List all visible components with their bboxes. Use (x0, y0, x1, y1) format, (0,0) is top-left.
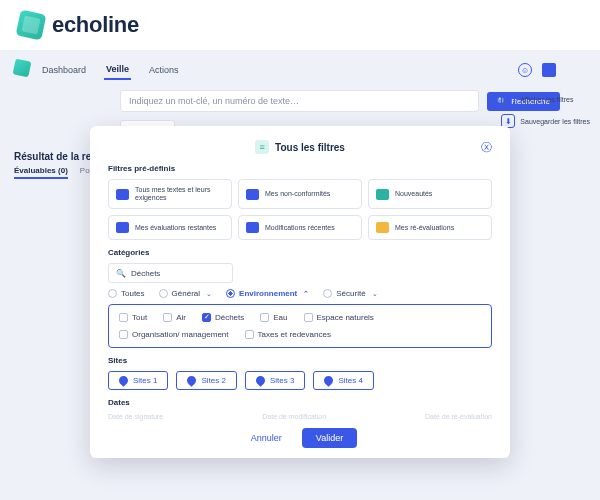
refresh-icon (376, 222, 389, 233)
brand-logo-icon (16, 10, 47, 41)
radio-icon (159, 289, 168, 298)
site-3[interactable]: Sites 3 (245, 371, 305, 390)
pin-icon (117, 374, 130, 387)
save-filters-link[interactable]: ⬇Sauvegarder les filtres (501, 114, 590, 128)
presets-label: Filtres pré-définis (108, 164, 492, 173)
app-logo-icon (13, 59, 32, 78)
pin-icon (186, 374, 199, 387)
site-4[interactable]: Sites 4 (313, 371, 373, 390)
preset-eval-rest[interactable]: Mes évaluations restantes (108, 215, 232, 240)
checkbox-icon (260, 313, 269, 322)
checkbox-icon (245, 330, 254, 339)
nav-dashboard[interactable]: Dashboard (40, 61, 88, 79)
nav-veille[interactable]: Veille (104, 60, 131, 80)
doc-icon (116, 189, 129, 200)
date-reeval: Date de ré-évaluation (425, 413, 492, 420)
chevron-down-icon: ⌄ (372, 290, 378, 298)
preset-nonconform[interactable]: Mes non-conformités (238, 179, 362, 209)
modal-title: Tous les filtres (275, 142, 345, 153)
checkbox-icon (304, 313, 313, 322)
search-icon: 🔍 (116, 269, 126, 278)
user-icon[interactable]: ☺ (518, 63, 532, 77)
cat-securite[interactable]: Sécurité⌄ (323, 289, 377, 298)
show-filters-link[interactable]: ⚙Afficher les filtres (501, 92, 590, 106)
filters-modal: ≡ Tous les filtres ⓧ Filtres pré-définis… (90, 126, 510, 458)
pin-icon (323, 374, 336, 387)
checkbox-icon (163, 313, 172, 322)
radio-icon (226, 289, 235, 298)
sub-espace[interactable]: Espace naturels (304, 313, 374, 322)
cat-environnement[interactable]: Environnement⌃ (226, 289, 309, 298)
warn-icon (246, 189, 259, 200)
date-modification: Date de modification (262, 413, 326, 420)
search-input[interactable]: Indiquez un mot-clé, un numéro de texte… (120, 90, 479, 112)
cat-general[interactable]: Général⌄ (159, 289, 212, 298)
top-nav: Dashboard Veille Actions ☺ (0, 56, 600, 88)
checkbox-icon (119, 313, 128, 322)
new-icon (376, 189, 389, 200)
dates-label: Dates (108, 398, 492, 407)
preset-modif[interactable]: Modifications récentes (238, 215, 362, 240)
app-shell: Dashboard Veille Actions ☺ Indiquez un m… (0, 50, 600, 500)
preset-all-texts[interactable]: Tous mes textes et leurs exigences (108, 179, 232, 209)
cat-toutes[interactable]: Toutes (108, 289, 145, 298)
sub-air[interactable]: Air (163, 313, 186, 322)
nav-actions[interactable]: Actions (147, 61, 181, 79)
validate-button[interactable]: Valider (302, 428, 357, 448)
close-icon[interactable]: ⓧ (481, 140, 492, 155)
site-2[interactable]: Sites 2 (176, 371, 236, 390)
pin-icon (254, 374, 267, 387)
date-signature: Date de signature (108, 413, 163, 420)
sub-tout[interactable]: Tout (119, 313, 147, 322)
checkbox-icon (202, 313, 211, 322)
preset-reeval[interactable]: Mes ré-évaluations (368, 215, 492, 240)
sub-organisation[interactable]: Organisation/ management (119, 330, 229, 339)
sub-taxes[interactable]: Taxes et redevances (245, 330, 331, 339)
brand-bar: echoline (0, 0, 600, 50)
chevron-up-icon: ⌃ (303, 290, 309, 298)
sub-dechets[interactable]: Déchets (202, 313, 244, 322)
radio-icon (108, 289, 117, 298)
sites-label: Sites (108, 356, 492, 365)
clipboard-icon (116, 222, 129, 233)
category-search-input[interactable]: 🔍Déchets (108, 263, 233, 283)
side-links: ⚙Afficher les filtres ⬇Sauvegarder les f… (501, 92, 590, 128)
cancel-button[interactable]: Annuler (243, 428, 290, 448)
subcategory-panel: Tout Air Déchets Eau Espace naturels Org… (108, 304, 492, 348)
site-1[interactable]: Sites 1 (108, 371, 168, 390)
apps-icon[interactable] (542, 63, 556, 77)
checkbox-icon (119, 330, 128, 339)
edit-icon (246, 222, 259, 233)
radio-icon (323, 289, 332, 298)
sub-eau[interactable]: Eau (260, 313, 287, 322)
brand-name: echoline (52, 12, 139, 38)
sliders-icon: ⚙ (501, 92, 515, 106)
sliders-icon: ≡ (255, 140, 269, 154)
categories-label: Catégories (108, 248, 492, 257)
chevron-down-icon: ⌄ (206, 290, 212, 298)
preset-nouveautes[interactable]: Nouveautés (368, 179, 492, 209)
tab-evaluables[interactable]: Évaluables (0) (14, 166, 68, 179)
